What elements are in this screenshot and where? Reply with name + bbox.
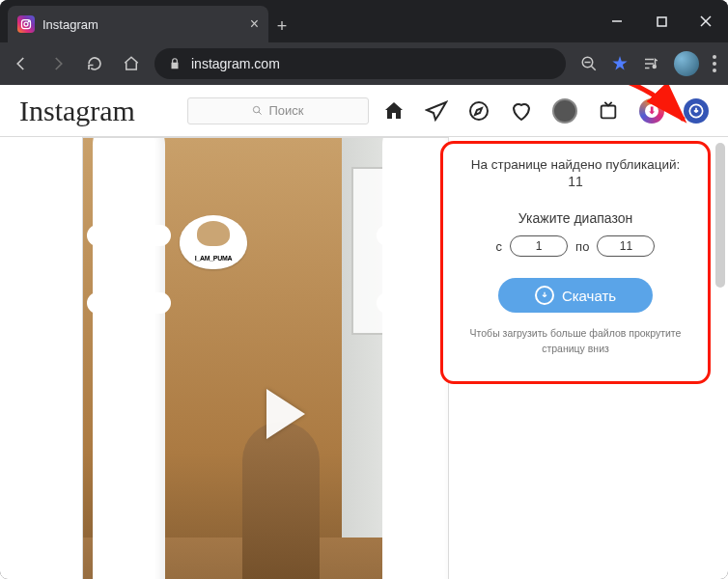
- range-row: с по: [496, 235, 656, 257]
- svg-point-14: [254, 106, 260, 112]
- bookmark-star-icon[interactable]: [612, 56, 628, 71]
- search-icon: [252, 105, 263, 116]
- maximize-button[interactable]: [639, 0, 684, 42]
- profile-story-avatar[interactable]: [552, 98, 577, 124]
- zoom-icon[interactable]: [575, 50, 602, 77]
- igtv-icon[interactable]: [597, 99, 620, 123]
- search-placeholder: Поиск: [268, 103, 303, 118]
- url-text: instagram.com: [191, 56, 280, 71]
- home-icon[interactable]: [382, 99, 406, 123]
- downloader-popup: На странице найдено публикаций: 11 Укажи…: [440, 141, 711, 384]
- account-watermark: I_AM_PUMA: [180, 215, 247, 269]
- from-label: с: [496, 239, 503, 254]
- hint-text: Чтобы загрузить больше файлов прокрутите…: [455, 326, 696, 357]
- explore-icon[interactable]: [467, 99, 490, 123]
- svg-point-16: [470, 102, 488, 120]
- svg-point-13: [653, 66, 656, 69]
- browser-menu-button[interactable]: [709, 51, 720, 76]
- forward-button[interactable]: [44, 50, 71, 77]
- lock-icon: [168, 57, 182, 70]
- music-queue-icon[interactable]: [637, 50, 664, 77]
- extension-download-button[interactable]: [684, 98, 709, 124]
- download-icon: [535, 286, 554, 305]
- scene-cat: [242, 422, 320, 579]
- minimize-button[interactable]: [595, 0, 639, 42]
- reload-button[interactable]: [81, 50, 108, 77]
- svg-line-15: [259, 112, 262, 115]
- window-controls: [595, 0, 728, 42]
- address-bar[interactable]: instagram.com: [154, 48, 566, 79]
- svg-point-2: [28, 21, 29, 22]
- titlebar: Instagram × +: [0, 0, 728, 42]
- messages-icon[interactable]: [425, 99, 448, 123]
- range-label: Укажите диапазон: [518, 210, 632, 226]
- back-button[interactable]: [8, 50, 35, 77]
- download-button[interactable]: Скачать: [498, 278, 653, 313]
- video-post[interactable]: I_AM_PUMA: [82, 137, 449, 579]
- instagram-header: Instagram Поиск ⬇: [0, 85, 728, 137]
- page-content: Instagram Поиск ⬇: [0, 85, 728, 579]
- home-button[interactable]: [118, 50, 145, 77]
- play-icon[interactable]: [266, 389, 305, 439]
- svg-rect-4: [658, 17, 666, 26]
- browser-tab[interactable]: Instagram ×: [8, 6, 268, 42]
- svg-point-1: [24, 22, 28, 26]
- search-input[interactable]: Поиск: [187, 97, 369, 124]
- range-to-input[interactable]: [597, 235, 655, 257]
- instagram-favicon-icon: [17, 15, 35, 33]
- instagram-nav: ⬇: [382, 98, 709, 124]
- tab-close-icon[interactable]: ×: [250, 15, 259, 33]
- browser-window: Instagram × + instagram.com Instagr: [0, 0, 728, 579]
- download-button-label: Скачать: [562, 288, 616, 304]
- browser-toolbar: instagram.com: [0, 42, 728, 85]
- new-tab-button[interactable]: +: [268, 10, 295, 42]
- svg-line-8: [591, 66, 596, 70]
- tab-title: Instagram: [42, 17, 98, 32]
- profile-avatar[interactable]: [674, 51, 699, 76]
- svg-rect-17: [602, 105, 616, 118]
- extension-downloader-icon[interactable]: ⬇: [639, 98, 664, 124]
- range-from-input[interactable]: [510, 235, 568, 257]
- activity-heart-icon[interactable]: [510, 99, 533, 123]
- found-count: 11: [568, 174, 583, 189]
- found-label: На странице найдено публикаций:: [471, 157, 680, 172]
- close-window-button[interactable]: [684, 0, 728, 42]
- baluster-left: [93, 137, 165, 579]
- page-scrollbar[interactable]: [715, 143, 725, 288]
- baluster-right: [382, 137, 449, 579]
- instagram-logo[interactable]: Instagram: [19, 95, 135, 127]
- to-label: по: [575, 239, 589, 254]
